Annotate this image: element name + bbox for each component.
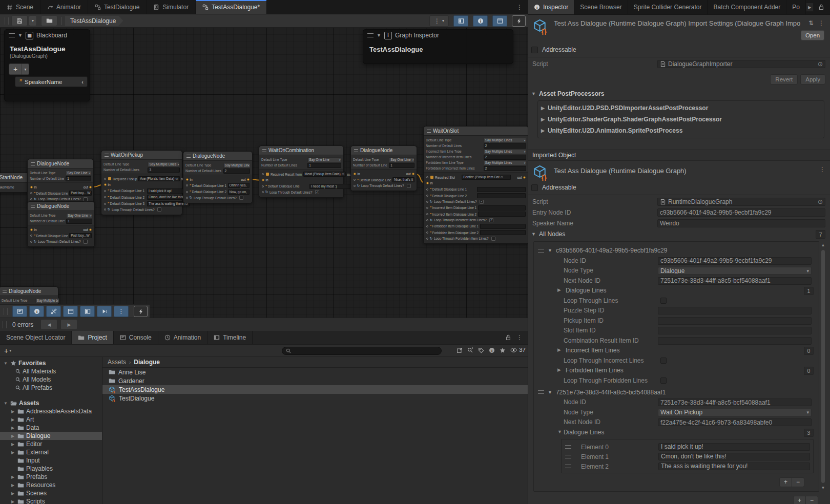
scroll-up-icon[interactable]: ▲ xyxy=(820,243,826,247)
scrollbar-thumb[interactable] xyxy=(821,250,825,483)
create-asset-dropdown[interactable]: ▾ xyxy=(9,348,11,353)
property-dropdown[interactable]: Say One Line▾ xyxy=(66,213,92,218)
checkbox[interactable] xyxy=(660,358,667,364)
all-nodes-count[interactable]: 7 xyxy=(816,230,825,239)
node-title-bar[interactable]: DialogueNode xyxy=(351,146,417,155)
checkbox[interactable]: ✓ xyxy=(315,190,319,194)
bottom-tab-timeline[interactable]: Timeline xyxy=(208,331,253,344)
out-port[interactable]: out xyxy=(406,172,415,176)
node-title-bar[interactable]: DialogueNode xyxy=(28,202,94,211)
node-title-bar[interactable]: DialogueNode xyxy=(183,152,252,161)
object-picker-icon[interactable]: ⊙ xyxy=(818,60,823,68)
blackboard-property-speakername[interactable]: ” SpeakerName ‹ xyxy=(15,76,88,87)
foldout-row[interactable]: ▶Incorrect Item Lines0 xyxy=(538,347,814,354)
property-dropdown[interactable]: Say Multiple Lines▾ xyxy=(148,162,180,167)
tree-folder-scenes[interactable]: ▶Scenes xyxy=(0,489,102,497)
field-value[interactable]: Weirdo xyxy=(657,219,825,227)
open-button[interactable]: Open xyxy=(801,30,824,40)
text-field[interactable] xyxy=(658,317,812,325)
graph-tool-console-button[interactable] xyxy=(12,306,27,317)
field-port-icon[interactable] xyxy=(354,185,356,187)
in-port[interactable]: in xyxy=(30,185,37,189)
hidden-items-count[interactable]: 37 xyxy=(510,347,526,353)
checkbox[interactable] xyxy=(660,298,667,304)
show-in-project-button[interactable] xyxy=(41,15,57,26)
field-port-icon[interactable] xyxy=(186,184,188,186)
window-tab-animator[interactable]: Animator xyxy=(40,0,88,14)
drag-handle-icon[interactable] xyxy=(565,445,571,449)
scroll-down-icon[interactable]: ▼ xyxy=(820,486,826,490)
checkbox[interactable] xyxy=(660,377,667,384)
in-port[interactable]: in xyxy=(262,178,268,182)
checkbox[interactable] xyxy=(157,207,161,212)
property-input[interactable]: 1 xyxy=(66,176,91,181)
graph-tool-tools-button[interactable] xyxy=(46,306,61,317)
property-input[interactable]: 2 xyxy=(484,143,526,149)
tree-folder-art[interactable]: ▶Art xyxy=(0,415,102,424)
search-input[interactable] xyxy=(282,347,442,355)
add-property-button[interactable]: + xyxy=(9,64,22,75)
add-element-button[interactable]: + xyxy=(779,477,792,487)
out-port[interactable]: out xyxy=(517,176,526,179)
text-field[interactable] xyxy=(477,187,526,192)
field-port-icon[interactable] xyxy=(104,203,106,205)
remove-element-button[interactable]: − xyxy=(806,496,818,504)
tree-folder-resources[interactable]: ▶Resources xyxy=(0,481,102,489)
text-field[interactable]: c93b5606-401f-49a2-99b5-9ecbf1fa9c29 xyxy=(658,257,812,265)
node-title-bar[interactable]: WaitOnPickup xyxy=(101,151,182,160)
text-field[interactable] xyxy=(478,212,526,217)
text-field[interactable] xyxy=(480,230,526,235)
inspector-lock-icon[interactable] xyxy=(818,4,824,10)
text-field[interactable] xyxy=(478,205,526,211)
graph-options-button[interactable]: ⋮▾ xyxy=(429,15,449,27)
graph-tool-play-button[interactable] xyxy=(97,306,112,317)
nodes-box-scrollbar[interactable]: ▲ ▼ xyxy=(820,243,826,490)
lock-icon[interactable] xyxy=(505,334,511,341)
field-port-icon[interactable] xyxy=(426,232,428,234)
count-field[interactable]: 0 xyxy=(804,367,814,375)
node-title-bar[interactable]: WaitOnCombination xyxy=(259,146,343,155)
text-field[interactable]: f22a475e-4c2f-41c6-9b73-6a83498abfe0 xyxy=(658,418,812,426)
search-by-label-button[interactable] xyxy=(478,346,484,353)
text-field[interactable]: Ohhhh yea, xyxy=(228,183,250,188)
node-entry-header[interactable]: ▼7251e73e-38d3-44ff-a8c5-bcf54088aaf1 xyxy=(538,388,814,396)
blackboard-header[interactable]: ▼ ▦ Blackboard xyxy=(5,30,90,41)
assets-root[interactable]: ▼Assets xyxy=(0,399,102,407)
field-port-icon[interactable] xyxy=(262,191,264,193)
favorites-header[interactable]: ▼Favorites xyxy=(0,359,102,367)
chevron-down-icon[interactable]: ▼ xyxy=(18,33,23,38)
tree-folder-addressableassetsdata[interactable]: ▶AddressableAssetsData xyxy=(0,407,102,415)
field-port-icon[interactable] xyxy=(426,188,428,191)
toolbar-drag-handle[interactable] xyxy=(3,321,7,328)
checkbox[interactable] xyxy=(491,237,495,241)
all-nodes-row[interactable]: ▼ All Nodes 7 xyxy=(531,230,825,238)
asset-item-testdialogue[interactable]: {}TestDialogue xyxy=(102,394,528,403)
property-dropdown[interactable]: Say Multiple Lines▾ xyxy=(484,160,526,165)
window-tab-testassdialogue[interactable]: TestAssDialogue* xyxy=(196,0,267,14)
add-property-dropdown[interactable]: ▾ xyxy=(22,64,29,75)
field-port-icon[interactable] xyxy=(104,196,106,198)
property-input[interactable]: 1 xyxy=(307,163,341,168)
property-input[interactable]: 2 xyxy=(223,169,250,174)
asset-item-anne-lise[interactable]: Anne Lise xyxy=(102,368,528,376)
text-field[interactable]: 7251e73e-38d3-44ff-a8c5-bcf54088aaf1 xyxy=(658,398,812,406)
favorite-all-models[interactable]: All Models xyxy=(0,375,102,384)
element-field[interactable]: I said pick it up! xyxy=(658,443,810,451)
breadcrumb[interactable]: TestAssDialogue xyxy=(65,16,123,26)
remove-element-button[interactable]: − xyxy=(792,477,804,487)
out-port[interactable]: out xyxy=(83,228,92,232)
kebab-menu-icon[interactable]: ⋮ xyxy=(511,0,528,14)
graph-node-dialoguenode[interactable]: DialogueNodeDefault Line TypeSay Multipl… xyxy=(183,151,253,203)
property-dropdown[interactable]: Say Multiple Lines▾ xyxy=(35,298,59,303)
revert-button[interactable]: Revert xyxy=(770,74,798,85)
object-field[interactable]: Bonfire (Pickup Item Dat⊙ xyxy=(462,175,510,180)
breadcrumb-dialogue[interactable]: Dialogue xyxy=(134,359,160,366)
checkbox[interactable]: ✓ xyxy=(489,218,493,222)
postprocessor-row[interactable]: ▶UnityEditor.U2D.Animation.SpritePostPro… xyxy=(541,125,821,136)
property-dropdown[interactable]: Say One Line▾ xyxy=(389,157,414,162)
asset-item-testassdialogue[interactable]: {}TestAssDialogue xyxy=(102,385,528,394)
open-search-window-button[interactable] xyxy=(457,346,463,353)
save-button[interactable] xyxy=(11,15,28,26)
text-field[interactable]: Nice, that's it xyxy=(392,177,414,182)
field-port-icon[interactable] xyxy=(262,185,264,187)
